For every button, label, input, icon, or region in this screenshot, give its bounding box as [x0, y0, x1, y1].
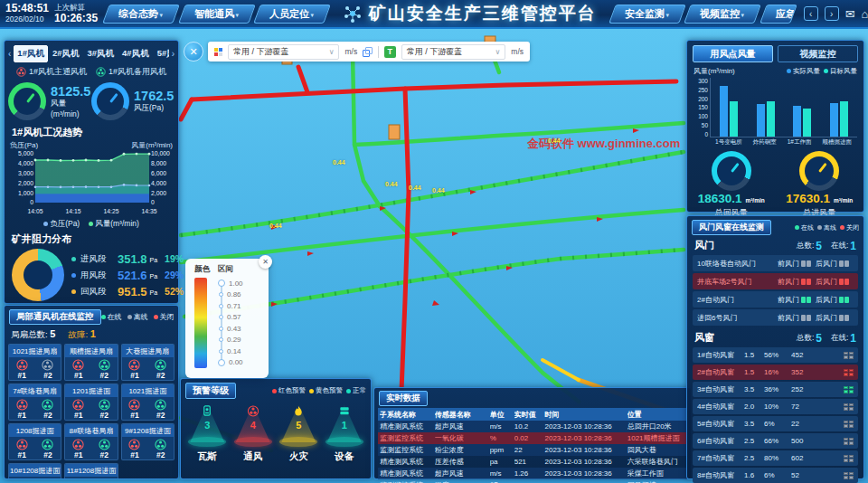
toolbar-close-button[interactable]: ✕	[184, 42, 203, 62]
range-row[interactable]: 0.00	[218, 357, 243, 369]
fan-selector-0[interactable]: 1#风机主通风机	[16, 66, 87, 78]
nav-item-视频监控[interactable]: 视频监控▾	[684, 5, 760, 24]
local-fan-card[interactable]: 11#1208掘进面#1#2	[64, 463, 118, 479]
airflow-bar-chart[interactable]: 300250200150100500	[693, 78, 857, 137]
local-fan-card[interactable]: 8#联络巷局扇#1#2	[64, 423, 118, 460]
fan-unit: #1	[72, 359, 84, 380]
local-fan-card[interactable]: 大巷掘进局扇#1#2	[121, 344, 175, 381]
range-row[interactable]: 0.14	[218, 346, 243, 357]
window-row[interactable]: 6#自动风窗2.566%500	[693, 433, 858, 449]
fan-tab-1#风机[interactable]: 1#风机	[14, 45, 48, 62]
window-row[interactable]: 8#自动风窗1.66%52	[693, 468, 858, 483]
table-row[interactable]: 精准测风系统超声风速m/s1.262023-12-03 10:28:36采煤工作…	[378, 468, 687, 479]
range-handle[interactable]	[219, 304, 223, 308]
window-row[interactable]: 2#自动风窗1.516%352	[693, 365, 858, 380]
fan-tab-5#风[interactable]: 5#风	[154, 45, 169, 62]
table-row[interactable]: 监测监控系统温度℃21.52023-12-03 10:28:36回风顺槽	[378, 479, 687, 483]
local-fan-card[interactable]: 1021掘进局扇#1#2	[8, 344, 61, 381]
local-fan-card[interactable]: 9#1208掘进面#1#2	[121, 423, 175, 460]
window-row[interactable]: 3#自动风窗3.536%252	[693, 382, 858, 397]
range-value: 0.14	[227, 347, 241, 355]
legend-close-icon[interactable]: ✕	[259, 255, 272, 269]
bar-group-1号变电所[interactable]	[720, 86, 738, 137]
fan-unit: #1	[16, 359, 28, 380]
home-icon[interactable]: ⌂	[862, 8, 868, 20]
slice-value: 351.8	[118, 252, 147, 266]
nav-item-智能通风[interactable]: 智能通风▾	[178, 5, 255, 24]
range-row[interactable]: 0.43	[218, 323, 243, 335]
local-fan-card[interactable]: 1021掘进面#1#2	[121, 384, 175, 421]
range-row[interactable]: 0.57	[218, 312, 243, 324]
airflow-points-panel: 用风点风量视频监控 风量(m³/min) 实际风量目标风量 3002502001…	[686, 40, 864, 213]
prev-arrow-icon[interactable]: ‹	[804, 6, 818, 21]
local-fan-card[interactable]: 1201掘进面#1#2	[64, 384, 118, 421]
legend-item-红色预警: 红色预警	[272, 386, 306, 395]
tab-视频监控[interactable]: 视频监控	[778, 45, 858, 62]
window-status-icon	[844, 438, 854, 445]
bar-group-炸药硐室[interactable]	[757, 101, 775, 137]
tabs-next-icon[interactable]: ›	[170, 49, 176, 59]
local-fan-card[interactable]: 顺槽掘进局扇#1#2	[64, 344, 118, 381]
fan-unit-label: #1	[74, 411, 82, 420]
warning-cone: 5	[278, 402, 318, 450]
range-handle[interactable]	[218, 359, 225, 366]
resistance-donut-chart[interactable]	[12, 249, 64, 301]
warning-item-火灾[interactable]: 5火灾	[278, 402, 318, 463]
window-row[interactable]: 7#自动风窗2.580%602	[693, 450, 858, 466]
window-row[interactable]: 5#自动风窗3.56%22	[693, 416, 858, 431]
table-row[interactable]: 监测监控系统一氧化碳%0.022023-12-03 10:28:361021顺槽…	[378, 432, 687, 444]
range-handle[interactable]	[218, 279, 225, 287]
range-row[interactable]: 0.71	[218, 300, 243, 312]
coverage-dropdown-2[interactable]: 常用 / 下游覆盖∨	[401, 44, 506, 60]
bar-group-顺槽掘进面[interactable]	[830, 101, 848, 137]
range-row[interactable]: 0.29	[218, 335, 243, 346]
fan-selector-1[interactable]: 1#风机备用风机	[96, 66, 166, 78]
palette-icon[interactable]	[214, 48, 222, 56]
fan-tab-4#风机[interactable]: 4#风机	[118, 45, 153, 62]
window-row[interactable]: 1#自动风窗1.556%452	[693, 347, 858, 363]
door-row[interactable]: 2#自动风门前风门后风门	[693, 291, 858, 308]
fan-gauges: 8125.5 风量(m³/min) 1762.5 风压(Pa)	[5, 80, 178, 120]
range-handle[interactable]	[219, 337, 223, 342]
warning-item-设备[interactable]: 1设备	[325, 402, 364, 463]
door-name: 井底车场2号风门	[697, 277, 778, 287]
return-airflow-value: 18630.1	[698, 192, 742, 205]
fan-tab-3#风机[interactable]: 3#风机	[84, 45, 118, 62]
nav-item-应急[interactable]: 应急	[760, 5, 797, 24]
range-handle[interactable]	[219, 349, 223, 354]
range-handle[interactable]	[219, 292, 223, 297]
door-row[interactable]: 10联络巷自动风门前风门后风门	[693, 255, 858, 271]
warning-item-通风[interactable]: 4通风	[233, 402, 273, 463]
local-fan-card[interactable]: 7#联络巷局扇#1#2	[8, 384, 61, 421]
bar-group-1#工作面[interactable]	[793, 106, 811, 137]
range-handle[interactable]	[219, 327, 223, 331]
fan-tab-2#风机[interactable]: 2#风机	[49, 45, 83, 62]
door-row[interactable]: 进回6号风门前风门后风门	[693, 309, 858, 326]
warning-item-瓦斯[interactable]: 3瓦斯	[187, 402, 227, 463]
range-row[interactable]: 1.00	[218, 278, 243, 289]
table-row[interactable]: 精准测风系统超声风速m/s10.22023-12-03 10:28:36总回井口…	[378, 421, 687, 432]
table-row[interactable]: 监测监控系统粉尘浓度ppm222023-12-03 10:28:36回风大巷	[378, 444, 687, 456]
table-row[interactable]: 精准测风系统压差传感pa5212023-12-03 10:28:36六采联络巷风…	[378, 456, 687, 468]
window-row[interactable]: 4#自动风窗2.010%72	[693, 399, 858, 414]
table-cell: 2023-12-03 10:28:36	[544, 446, 627, 454]
door-row[interactable]: 井底车场2号风门前风门后风门	[693, 273, 858, 289]
tabs-prev-icon[interactable]: ‹	[6, 49, 13, 59]
legend-item-黄色预警: 黄色预警	[309, 386, 343, 395]
local-fan-card[interactable]: 1208掘进面#1#2	[8, 423, 61, 460]
nav-item-综合态势[interactable]: 综合态势▾	[102, 5, 179, 24]
next-arrow-icon[interactable]: ›	[825, 6, 839, 21]
range-handle[interactable]	[219, 315, 223, 319]
nav-item-安全监测[interactable]: 安全监测▾	[609, 5, 685, 24]
layers-icon[interactable]	[363, 47, 373, 57]
fan-trend-chart[interactable]: 01,0002,0003,0004,0005,00002,0004,0006,0…	[8, 150, 176, 219]
text-tool-icon[interactable]: T	[384, 46, 396, 58]
nav-item-人员定位[interactable]: 人员定位▾	[253, 5, 330, 24]
range-row[interactable]: 0.86	[218, 289, 243, 301]
coverage-dropdown-1[interactable]: 常用 / 下游覆盖∨	[228, 44, 339, 60]
local-fan-card[interactable]: 10#1208掘进面#1#2	[8, 463, 61, 479]
mail-icon[interactable]: ✉	[845, 8, 855, 20]
bar-xlabel: 顺槽掘进面	[822, 138, 852, 147]
svg-text:6,000: 6,000	[151, 170, 166, 176]
tab-用风点风量[interactable]: 用风点风量	[693, 45, 773, 62]
